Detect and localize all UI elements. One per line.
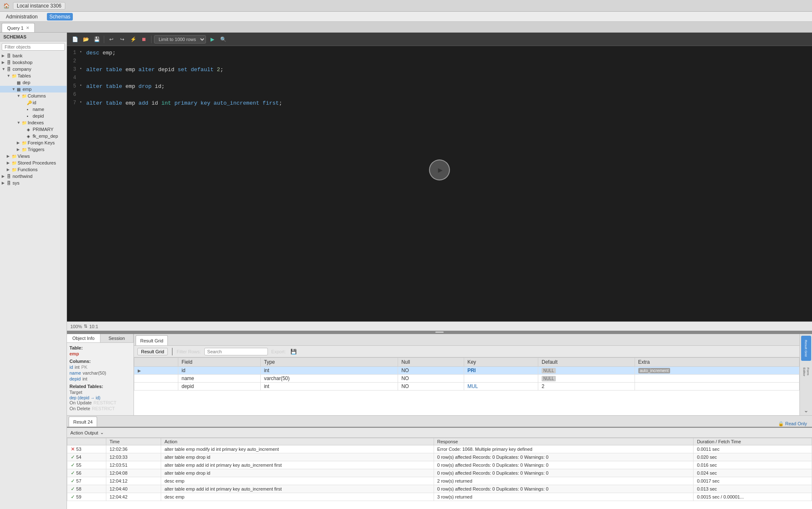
code-editor[interactable]: 1 • desc emp; 2 3 — [67, 46, 812, 321]
right-panel: Result Grid FormEditor ⌄ — [799, 334, 812, 415]
action-action-cell: alter table emp drop id — [161, 453, 434, 461]
sidebar-item-label: Functions — [18, 167, 65, 172]
sidebar-item-bank[interactable]: ▶ 🗄 bank — [0, 52, 67, 59]
cell-type: int — [260, 367, 398, 375]
cell-type: varchar(50) — [260, 375, 398, 383]
arrow-icon: ▶ — [2, 181, 7, 185]
col-info-id: id int PK — [69, 365, 131, 370]
sidebar-item-stored-procedures[interactable]: ▶ 📁 Stored Procedures — [0, 159, 67, 166]
filter-rows-input[interactable] — [204, 348, 268, 355]
run-btn[interactable]: ⚡ — [128, 35, 138, 44]
sidebar-filter-container — [0, 41, 67, 52]
menu-schemas[interactable]: Schemas — [47, 13, 73, 21]
action-row[interactable]: ✓ 58 12:04:40 alter table emp add id int… — [67, 485, 812, 493]
sidebar-item-northwind[interactable]: ▶ 🗄 northwind — [0, 173, 67, 180]
read-only-indicator: 🔒 Read Only — [778, 421, 810, 427]
index-icon: ◈ — [27, 127, 33, 132]
column-icon: ▪ — [27, 114, 33, 118]
related-target-value: dep (depid → id) — [69, 396, 131, 400]
stop-btn[interactable]: ⏹ — [139, 35, 149, 44]
tab-close-icon[interactable]: ✕ — [26, 26, 29, 30]
sidebar-item-bookshop[interactable]: ▶ 🗄 bookshop — [0, 59, 67, 66]
action-time-cell: 12:02:36 — [106, 445, 161, 453]
result-grid-tab[interactable]: Result Grid — [136, 335, 168, 345]
tab-session[interactable]: Session — [100, 334, 134, 342]
zoom-bar: 100% ⇅ 10:1 — [67, 321, 812, 331]
action-col-time: Time — [106, 438, 161, 445]
bottom-result-tabs: Result 24 🔒 Read Only — [67, 415, 812, 427]
sidebar-item-label: Indexes — [28, 120, 65, 125]
save-btn[interactable]: 💾 — [92, 35, 101, 44]
col-header-type: Type — [260, 358, 398, 367]
db-icon: 🗄 — [7, 60, 13, 65]
play-button[interactable]: ▶ — [429, 159, 450, 180]
home-icon[interactable]: 🏠 — [3, 3, 10, 9]
sidebar-item-col-name[interactable]: ▪ name — [0, 106, 67, 113]
sidebar-item-views[interactable]: ▶ 📁 Views — [0, 153, 67, 159]
result-grid-btn[interactable]: Result Grid — [137, 348, 168, 355]
cell-default: 2 — [538, 383, 635, 391]
action-row[interactable]: ✓ 54 12:03:33 alter table emp drop id 0 … — [67, 453, 812, 461]
tab-object-info[interactable]: Object Info — [67, 334, 100, 342]
action-response-cell: 0 row(s) affected Records: 0 Duplicates:… — [434, 485, 694, 493]
table-row[interactable]: name varchar(50) NO NULL — [134, 375, 799, 383]
execute-btn[interactable]: ▶ — [208, 35, 217, 44]
action-table: Time Action Response Duration / Fetch Ti… — [67, 438, 812, 501]
expand-btn[interactable]: ⌄ — [804, 407, 809, 414]
action-row[interactable]: ✕ 53 12:02:36 alter table emp modify id … — [67, 445, 812, 453]
form-editor-btn[interactable]: FormEditor — [802, 366, 811, 378]
arrow-icon: ▶ — [2, 54, 7, 58]
sidebar-item-columns[interactable]: ▼ 📁 Columns — [0, 93, 67, 99]
sidebar-item-label: fk_emp_dep — [33, 134, 65, 139]
zoom-stepper[interactable]: ⇅ — [84, 324, 87, 329]
zoom-value: 100% — [70, 324, 82, 329]
sidebar-item-tables[interactable]: ▼ 📁 Tables — [0, 72, 67, 79]
code-line: 2 — [67, 58, 812, 66]
sidebar-item-idx-fk[interactable]: ◈ fk_emp_dep — [0, 133, 67, 139]
arrow-icon: ▼ — [12, 87, 17, 91]
sidebar-filter-input[interactable] — [2, 43, 65, 51]
sidebar-item-triggers[interactable]: ▶ 📁 Triggers — [0, 146, 67, 153]
new-file-btn[interactable]: 📄 — [70, 35, 80, 44]
sidebar-item-functions[interactable]: ▶ 📁 Functions — [0, 166, 67, 173]
related-on-update-row: On Update RESTRICT — [69, 400, 131, 405]
tab-query1[interactable]: Query 1 ✕ — [2, 23, 35, 32]
undo-btn[interactable]: ↩ — [107, 35, 116, 44]
table-icon: ▦ — [17, 87, 23, 92]
sidebar-item-col-id[interactable]: 🔑 id — [0, 99, 67, 106]
folder-icon: 📁 — [12, 154, 18, 159]
sidebar-item-idx-primary[interactable]: ◈ PRIMARY — [0, 126, 67, 133]
result-grid-side-btn[interactable]: Result Grid — [801, 336, 811, 361]
cell-type: int — [260, 383, 398, 391]
cell-null: NO — [398, 367, 464, 375]
cell-extra: auto_increment — [635, 367, 799, 375]
sidebar-item-indexes[interactable]: ▼ 📁 Indexes — [0, 119, 67, 126]
sidebar-item-company[interactable]: ▼ 🗄 company — [0, 66, 67, 72]
sidebar-item-col-depid[interactable]: ▪ depid — [0, 113, 67, 119]
action-row[interactable]: ✓ 57 12:04:12 desc emp 2 row(s) returned… — [67, 477, 812, 485]
db-icon: 🗄 — [7, 54, 13, 58]
table-row[interactable]: ▶ id int NO PRI NULL auto_increment — [134, 367, 799, 375]
sidebar-item-dep[interactable]: ▦ dep — [0, 79, 67, 86]
open-btn[interactable]: 📂 — [81, 35, 90, 44]
related-on-delete-row: On Delete RESTRICT — [69, 406, 131, 411]
result-24-tab[interactable]: Result 24 — [69, 416, 97, 427]
action-row[interactable]: ✓ 55 12:03:51 alter table emp add id int… — [67, 461, 812, 469]
limit-select[interactable]: Limit to 1000 rows — [154, 35, 206, 44]
action-row[interactable]: ✓ 56 12:04:08 alter table emp drop id 0 … — [67, 469, 812, 477]
sidebar-item-emp[interactable]: ▼ ▦ emp — [0, 86, 67, 93]
action-output-toggle[interactable]: ⌄ — [100, 430, 104, 435]
action-row[interactable]: ✓ 59 12:04:42 desc emp 3 row(s) returned… — [67, 493, 812, 501]
menu-administration[interactable]: Administration — [3, 13, 40, 21]
arrow-icon: ▶ — [2, 174, 7, 178]
export-btn[interactable]: 💾 — [289, 347, 298, 356]
search-btn[interactable]: 🔍 — [218, 35, 228, 44]
redo-btn[interactable]: ↪ — [118, 35, 127, 44]
arrow-icon: ▼ — [7, 74, 12, 78]
sidebar-item-foreign-keys[interactable]: ▶ 📁 Foreign Keys — [0, 139, 67, 146]
table-row[interactable]: depid int NO MUL 2 — [134, 383, 799, 391]
sidebar-item-sys[interactable]: ▶ 🗄 sys — [0, 180, 67, 186]
filter-rows-label: Filter Rows: — [177, 349, 201, 354]
table-icon: ▦ — [17, 80, 23, 85]
arrow-icon: ▶ — [7, 161, 12, 165]
